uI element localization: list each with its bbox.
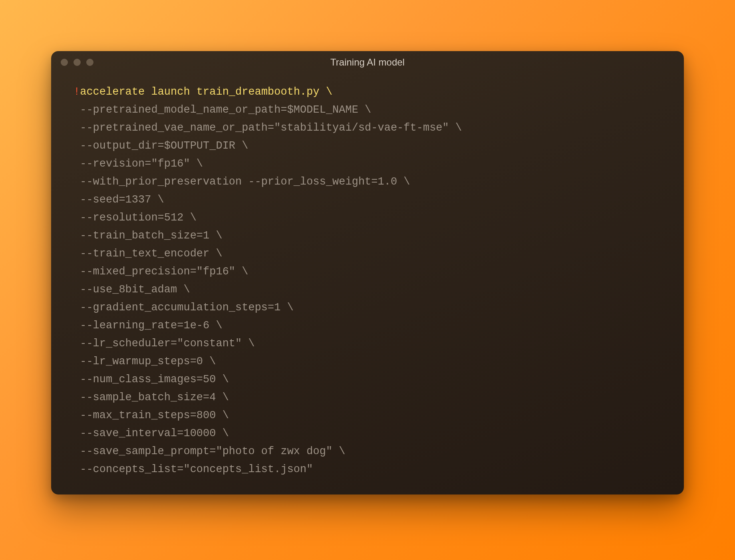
code-line: --resolution=512 \	[74, 209, 662, 227]
titlebar: Training AI model	[51, 51, 684, 73]
maximize-icon[interactable]	[86, 59, 93, 66]
command-argument: --output_dir=$OUTPUT_DIR \	[80, 140, 248, 152]
code-line: --save_sample_prompt="photo of zwx dog" …	[74, 443, 662, 461]
code-line: --mixed_precision="fp16" \	[74, 263, 662, 281]
indent	[74, 263, 80, 281]
command-argument: --revision="fp16" \	[80, 158, 203, 170]
command-argument: --gradient_accumulation_steps=1 \	[80, 302, 294, 314]
indent	[74, 191, 80, 209]
command-argument: --mixed_precision="fp16" \	[80, 266, 248, 278]
close-icon[interactable]	[61, 59, 68, 66]
code-line: --pretrained_vae_name_or_path="stability…	[74, 119, 662, 137]
indent	[74, 245, 80, 263]
code-line: --concepts_list="concepts_list.json"	[74, 461, 662, 479]
code-line: --max_train_steps=800 \	[74, 407, 662, 425]
code-block[interactable]: !accelerate launch train_dreambooth.py \…	[51, 73, 684, 479]
indent	[74, 137, 80, 155]
command-argument: --save_interval=10000 \	[80, 427, 229, 439]
code-line: --revision="fp16" \	[74, 155, 662, 173]
line-continuation: \	[320, 86, 332, 98]
code-line: !accelerate launch train_dreambooth.py \	[74, 83, 662, 101]
code-line: --lr_warmup_steps=0 \	[74, 353, 662, 371]
indent	[74, 281, 80, 299]
command-argument: --resolution=512 \	[80, 212, 197, 224]
terminal-window: Training AI model !accelerate launch tra…	[51, 51, 684, 494]
command-argument: --train_batch_size=1 \	[80, 230, 222, 242]
code-line: --output_dir=$OUTPUT_DIR \	[74, 137, 662, 155]
code-line: --gradient_accumulation_steps=1 \	[74, 299, 662, 317]
indent	[74, 443, 80, 461]
indent	[74, 119, 80, 137]
indent	[74, 353, 80, 371]
code-line: --train_batch_size=1 \	[74, 227, 662, 245]
command-argument: --pretrained_vae_name_or_path="stability…	[80, 122, 462, 134]
command-argument: --concepts_list="concepts_list.json"	[80, 463, 313, 475]
command-argument: --lr_scheduler="constant" \	[80, 338, 254, 350]
code-line: --with_prior_preservation --prior_loss_w…	[74, 173, 662, 191]
command-argument: --max_train_steps=800 \	[80, 409, 229, 421]
window-title: Training AI model	[51, 57, 684, 68]
code-line: --learning_rate=1e-6 \	[74, 317, 662, 335]
code-line: --seed=1337 \	[74, 191, 662, 209]
indent	[74, 407, 80, 425]
code-line: --sample_batch_size=4 \	[74, 389, 662, 407]
command-argument: --use_8bit_adam \	[80, 284, 190, 296]
bang-operator: !	[74, 86, 80, 98]
indent	[74, 335, 80, 353]
code-line: --train_text_encoder \	[74, 245, 662, 263]
indent	[74, 227, 80, 245]
indent	[74, 461, 80, 479]
indent	[74, 299, 80, 317]
command-argument: --seed=1337 \	[80, 194, 164, 206]
command-argument: --num_class_images=50 \	[80, 373, 229, 385]
minimize-icon[interactable]	[74, 59, 81, 66]
command-argument: --train_text_encoder \	[80, 248, 222, 260]
command-argument: --learning_rate=1e-6 \	[80, 320, 222, 332]
command-argument: --sample_batch_size=4 \	[80, 391, 229, 403]
indent	[74, 173, 80, 191]
indent	[74, 101, 80, 119]
indent	[74, 155, 80, 173]
code-line: --lr_scheduler="constant" \	[74, 335, 662, 353]
indent	[74, 371, 80, 389]
command-argument: --with_prior_preservation --prior_loss_w…	[80, 176, 410, 188]
indent	[74, 389, 80, 407]
command-argument: --lr_warmup_steps=0 \	[80, 355, 216, 367]
code-line: --save_interval=10000 \	[74, 425, 662, 443]
command-argument: --save_sample_prompt="photo of zwx dog" …	[80, 445, 345, 457]
indent	[74, 209, 80, 227]
code-line: --num_class_images=50 \	[74, 371, 662, 389]
indent	[74, 425, 80, 443]
command-text: accelerate launch train_dreambooth.py	[80, 86, 320, 98]
code-line: --pretrained_model_name_or_path=$MODEL_N…	[74, 101, 662, 119]
code-line: --use_8bit_adam \	[74, 281, 662, 299]
traffic-lights	[61, 59, 93, 66]
command-argument: --pretrained_model_name_or_path=$MODEL_N…	[80, 104, 371, 116]
indent	[74, 317, 80, 335]
